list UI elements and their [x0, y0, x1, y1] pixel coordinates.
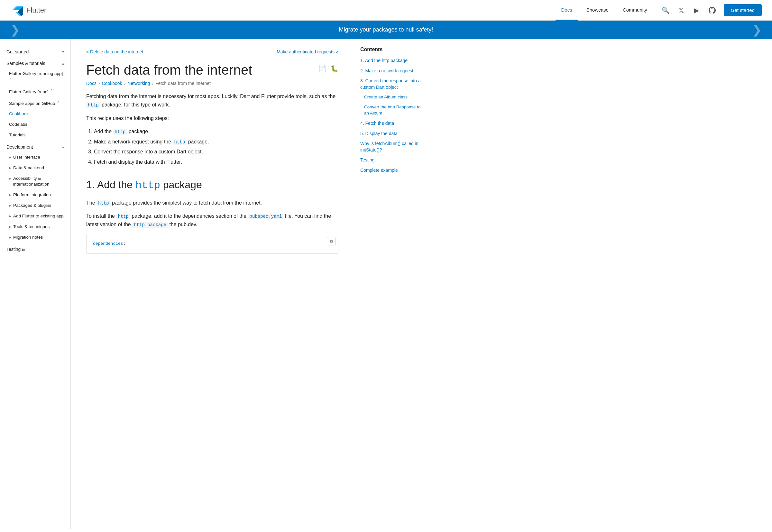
toc-item-complete[interactable]: Complete example	[360, 167, 425, 174]
sidebar-samples-label: Samples & tutorials	[6, 61, 45, 66]
sidebar-get-started-header[interactable]: Get started ▾	[0, 47, 70, 57]
breadcrumb-sep-1: ›	[98, 81, 100, 86]
http-inline-code-1: http	[86, 102, 100, 108]
next-page-link[interactable]: Make authenticated requests >	[277, 49, 338, 54]
github-icon[interactable]	[707, 5, 717, 15]
banner-text: Migrate your packages to null safety!	[339, 26, 433, 33]
sidebar-item-data-backend[interactable]: Data & backend	[0, 163, 70, 173]
page-title-icons: 📄 🐛	[318, 65, 338, 72]
http-inline-code-2: http	[97, 200, 111, 206]
code-block-container: ⧉ dependencies:	[86, 234, 338, 254]
sidebar-item-add-flutter[interactable]: Add Flutter to existing app	[0, 211, 70, 222]
sidebar-item-migration-notes[interactable]: Migration notes	[0, 232, 70, 243]
banner-next-arrow[interactable]: ❯	[752, 23, 762, 37]
breadcrumb-docs[interactable]: Docs	[86, 81, 97, 86]
sidebar-item-tutorials[interactable]: Tutorials	[0, 130, 70, 141]
announcement-banner: ❯ Migrate your packages to null safety! …	[0, 21, 772, 39]
sidebar-item-cookbook[interactable]: Cookbook	[0, 109, 70, 119]
external-link-icon: ↗	[50, 88, 52, 92]
toc-item-why-fetch[interactable]: Why is fetchAlbum() called in initState(…	[360, 141, 425, 153]
sidebar-item-tools-techniques[interactable]: Tools & techniques	[0, 222, 70, 232]
nav-showcase[interactable]: Showcase	[581, 0, 614, 21]
sidebar-section-development: Development ▴ User interface Data & back…	[0, 142, 70, 243]
sidebar-development-label: Development	[6, 144, 33, 150]
sidebar-section-samples: Samples & tutorials ▴ Flutter Gallery [r…	[0, 58, 70, 141]
section1-p2: To install the http package, add it to t…	[86, 212, 338, 228]
youtube-icon[interactable]: ▶	[692, 5, 702, 15]
flutter-logo-icon	[10, 4, 23, 17]
breadcrumb: Docs › Cookbook › Networking › Fetch dat…	[86, 81, 338, 86]
twitter-icon[interactable]: 𝕏	[676, 5, 686, 15]
sidebar-testing-label: Testing &	[6, 247, 25, 252]
banner-prev-arrow[interactable]: ❯	[10, 23, 20, 37]
sidebar-item-sample-apps[interactable]: Sample apps on GitHub ↗	[0, 97, 70, 109]
toc-item-convert-response[interactable]: 3. Convert the response into a custom Da…	[360, 78, 425, 90]
chevron-down-icon: ▾	[62, 50, 64, 54]
sidebar-item-codelabs[interactable]: Codelabs	[0, 119, 70, 130]
prev-page-link[interactable]: < Delete data on the internet	[86, 49, 143, 54]
page-title-row: Fetch data from the internet 📄 🐛	[86, 62, 338, 78]
sidebar: Get started ▾ Samples & tutorials ▴ Flut…	[0, 39, 71, 529]
sidebar-item-flutter-gallery-repo[interactable]: Flutter Gallery [repo] ↗	[0, 86, 70, 97]
nav-community[interactable]: Community	[617, 0, 653, 21]
sidebar-section-testing: Testing &	[0, 244, 70, 254]
http-code-heading: http	[135, 179, 160, 191]
page-layout: Get started ▾ Samples & tutorials ▴ Flut…	[0, 39, 772, 529]
step-2: Make a network request using the http pa…	[94, 138, 338, 146]
http-code-step2: http	[173, 139, 187, 145]
toc-item-create-album[interactable]: Create an Album class	[364, 94, 425, 100]
breadcrumb-current: Fetch data from the internet	[155, 81, 211, 86]
header-icons: 🔍 𝕏 ▶	[661, 5, 717, 15]
breadcrumb-cookbook[interactable]: Cookbook	[102, 81, 122, 86]
chevron-up-icon: ▴	[62, 61, 64, 66]
steps-list: Add the http package. Make a network req…	[94, 127, 338, 166]
nav-docs[interactable]: Docs	[556, 0, 578, 21]
sidebar-item-packages-plugins[interactable]: Packages & plugins	[0, 200, 70, 211]
toc-title: Contents	[360, 47, 425, 52]
toc-item-convert-album[interactable]: Convert the http.Response to an Album	[364, 104, 425, 116]
search-icon[interactable]: 🔍	[661, 5, 671, 15]
copy-button[interactable]: ⧉	[327, 237, 335, 245]
section1-p1: The http package provides the simplest w…	[86, 199, 338, 207]
main-nav: Docs Showcase Community 🔍 𝕏 ▶ Get starte…	[556, 0, 762, 21]
bug-icon[interactable]: 🐛	[330, 65, 338, 72]
header: Flutter Docs Showcase Community 🔍 𝕏 ▶ Ge…	[0, 0, 772, 21]
toc-item-network-request[interactable]: 2. Make a network request	[360, 68, 425, 74]
step-4: Fetch and display the data with Flutter.	[94, 158, 338, 166]
sidebar-testing-header[interactable]: Testing &	[0, 244, 70, 254]
chevron-up-icon: ▴	[62, 145, 64, 149]
pubspec-inline-code: pubspec.yaml	[248, 214, 284, 219]
get-started-button[interactable]: Get started	[724, 4, 762, 16]
step-1: Add the http package.	[94, 127, 338, 136]
document-icon[interactable]: 📄	[318, 65, 326, 72]
code-block: dependencies:	[87, 234, 338, 254]
step-3: Convert the response into a custom Dart …	[94, 148, 338, 156]
intro-paragraph: Fetching data from the internet is neces…	[86, 92, 338, 109]
code-key-dependencies: dependencies	[93, 241, 123, 246]
sidebar-samples-header[interactable]: Samples & tutorials ▴	[0, 58, 70, 69]
external-link-icon: ↗	[56, 100, 59, 104]
http-package-link[interactable]: http package	[132, 222, 168, 228]
logo-text: Flutter	[26, 6, 46, 14]
http-code-step1: http	[113, 129, 127, 135]
external-link-icon: ↗	[9, 77, 12, 81]
content-body: Fetching data from the internet is neces…	[86, 92, 338, 254]
http-inline-code-3: http	[116, 214, 130, 219]
sidebar-item-accessibility[interactable]: Accessibility & internationalization	[0, 173, 70, 190]
sidebar-item-user-interface[interactable]: User interface	[0, 152, 70, 163]
code-block-header: ⧉	[327, 237, 335, 245]
toc-item-display-data[interactable]: 5. Display the data	[360, 131, 425, 137]
logo-link[interactable]: Flutter	[10, 4, 46, 17]
section1-heading: 1. Add the http package	[86, 177, 338, 194]
toc-item-add-http[interactable]: 1. Add the http package	[360, 58, 425, 64]
toc-sidebar: Contents 1. Add the http package 2. Make…	[354, 39, 431, 529]
toc-item-fetch-data[interactable]: 4. Fetch the data	[360, 120, 425, 127]
steps-intro: This recipe uses the following steps:	[86, 114, 338, 123]
sidebar-development-header[interactable]: Development ▴	[0, 142, 70, 152]
sidebar-item-flutter-gallery-running[interactable]: Flutter Gallery [running app] ↗	[0, 69, 70, 86]
sidebar-item-platform-integration[interactable]: Platform integration	[0, 190, 70, 200]
breadcrumb-networking[interactable]: Networking	[127, 81, 150, 86]
main-content: < Delete data on the internet Make authe…	[71, 39, 354, 529]
toc-item-testing[interactable]: Testing	[360, 157, 425, 163]
sidebar-section-get-started: Get started ▾	[0, 47, 70, 57]
